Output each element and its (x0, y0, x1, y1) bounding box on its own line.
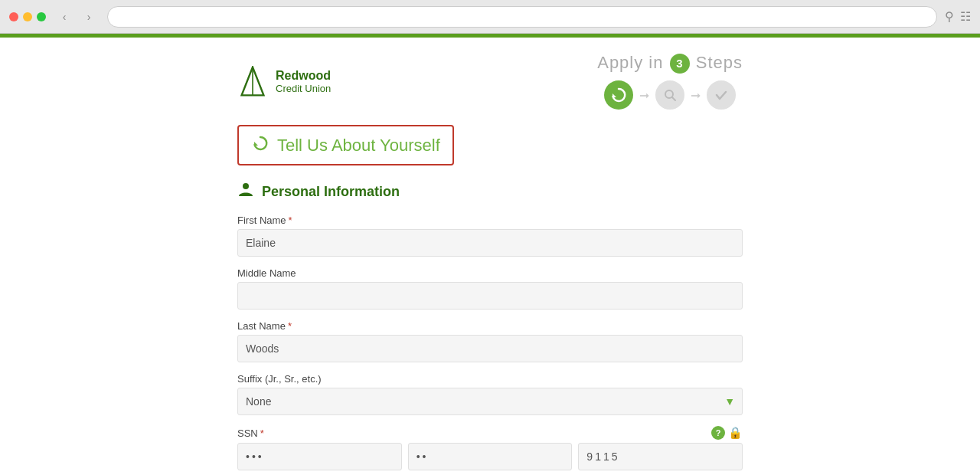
step-arrow-1: ➞ (639, 88, 649, 103)
search-step-icon (663, 88, 677, 102)
refresh-title-icon (251, 134, 270, 156)
svg-line-6 (672, 97, 675, 100)
person-icon (237, 181, 254, 202)
back-button[interactable]: ‹ (54, 6, 75, 28)
person-svg-icon (237, 181, 254, 198)
ssn-required: * (260, 428, 264, 439)
ssn-label-row: SSN * ? 🔒 (237, 426, 743, 440)
personal-info-title: Personal Information (262, 184, 400, 200)
step-2-icon (655, 80, 684, 110)
apply-steps: Apply in 3 Steps (597, 53, 743, 110)
section-title-box: Tell Us About Yourself (237, 125, 454, 165)
first-name-input[interactable] (237, 229, 743, 257)
personal-info-header: Personal Information (237, 181, 743, 202)
logo-area: Redwood Credit Union (237, 66, 331, 97)
first-name-required: * (289, 215, 292, 226)
svg-text:3: 3 (676, 57, 683, 70)
check-step-icon (714, 88, 728, 102)
first-name-group: First Name * (237, 215, 743, 257)
step-arrow-2: ➞ (691, 88, 701, 103)
last-name-group: Last Name * (237, 320, 743, 362)
refresh-step-icon (610, 87, 627, 103)
ssn-group: SSN * ? 🔒 (237, 426, 743, 470)
apply-suffix: Steps (696, 53, 743, 72)
browser-chrome: ‹ › ⚲ ☷ (0, 0, 980, 34)
steps-row: ➞ ➞ (604, 80, 736, 110)
svg-marker-7 (254, 142, 258, 146)
last-name-required: * (288, 320, 292, 332)
step-3-icon (707, 80, 736, 110)
last-name-label: Last Name * (237, 320, 743, 332)
middle-name-group: Middle Name (237, 267, 743, 310)
first-name-label: First Name * (237, 215, 743, 226)
ssn-field-2[interactable] (408, 443, 573, 470)
step-num-circle: 3 (669, 53, 691, 74)
logo-text: Redwood Credit Union (276, 68, 331, 95)
page-inner: Redwood Credit Union Apply in 3 Steps (222, 38, 758, 475)
svg-marker-4 (612, 93, 616, 97)
traffic-lights (9, 12, 46, 21)
share-icon: ☷ (960, 9, 971, 24)
suffix-select-wrapper: None Jr. Sr. II III IV ▼ (237, 388, 743, 415)
minimize-button[interactable] (23, 12, 32, 21)
browser-icons: ⚲ ☷ (945, 9, 971, 24)
brand-name: Redwood (276, 68, 331, 83)
suffix-label: Suffix (Jr., Sr., etc.) (237, 373, 743, 385)
step-1-icon (604, 80, 633, 110)
ssn-lock-icon: 🔒 (728, 426, 743, 440)
ssn-fields (237, 443, 743, 470)
middle-name-input[interactable] (237, 282, 743, 310)
ssn-help-icon[interactable]: ? (711, 426, 725, 440)
last-name-input[interactable] (237, 335, 743, 362)
apply-title: Apply in 3 Steps (597, 53, 743, 74)
ssn-field-1[interactable] (237, 443, 402, 470)
svg-point-8 (243, 183, 249, 189)
brand-sub: Credit Union (276, 83, 331, 95)
suffix-group: Suffix (Jr., Sr., etc.) None Jr. Sr. II … (237, 373, 743, 415)
header: Redwood Credit Union Apply in 3 Steps (237, 53, 743, 110)
ssn-label: SSN * (237, 428, 264, 439)
maximize-button[interactable] (37, 12, 46, 21)
ssn-icons: ? 🔒 (711, 426, 743, 440)
page-content: Redwood Credit Union Apply in 3 Steps (0, 34, 980, 475)
close-button[interactable] (9, 12, 18, 21)
section-title-text: Tell Us About Yourself (277, 136, 440, 156)
middle-name-label: Middle Name (237, 267, 743, 279)
apply-prefix: Apply in (597, 53, 663, 72)
nav-buttons: ‹ › (54, 6, 100, 28)
suffix-select[interactable]: None Jr. Sr. II III IV (237, 388, 743, 415)
refresh-svg-icon (251, 134, 270, 152)
ssn-field-3[interactable] (578, 443, 743, 470)
forward-button[interactable]: › (78, 6, 100, 28)
logo-triangle-icon (237, 66, 268, 97)
search-icon: ⚲ (945, 9, 954, 24)
address-bar[interactable] (107, 6, 937, 28)
